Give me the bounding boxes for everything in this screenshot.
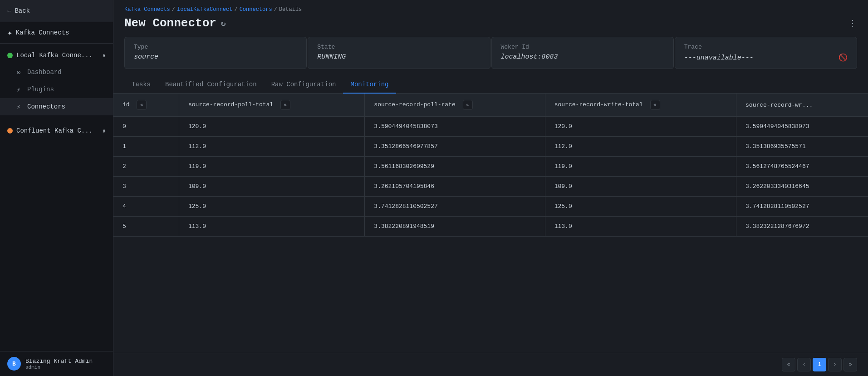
breadcrumb-local-kafka[interactable]: localKafkaConnect	[177, 6, 232, 13]
sidebar-user: B Blazing Kraft Admin admin	[0, 351, 113, 376]
cell-write-total: 109.0	[545, 177, 736, 197]
pagination-last[interactable]: »	[843, 358, 857, 371]
worker-id-value: localhost:8083	[501, 53, 664, 61]
cell-poll-rate: 3.5904494045838073	[365, 117, 545, 137]
cell-id: 3	[113, 177, 179, 197]
cell-write-rate: 3.5904494045838073	[736, 117, 868, 137]
connectors-icon: ⚡	[15, 103, 23, 111]
breadcrumb-connectors[interactable]: Connectors	[240, 6, 272, 13]
type-value: source	[134, 53, 297, 61]
local-cluster-dot	[7, 53, 13, 58]
cell-write-rate: 3.351386935575571	[736, 137, 868, 157]
sidebar-item-connectors[interactable]: ⚡ Connectors	[0, 98, 113, 115]
state-value: RUNNING	[317, 53, 481, 61]
page-title: New Connector ↻	[124, 16, 226, 30]
type-label: Type	[134, 44, 297, 50]
sidebar-item-plugins[interactable]: ⚡ Plugins	[0, 81, 113, 98]
avatar: B	[7, 357, 21, 371]
plugins-icon: ⚡	[15, 85, 23, 94]
cell-write-total: 119.0	[545, 157, 736, 177]
cell-poll-total: 112.0	[179, 137, 365, 157]
user-info: Blazing Kraft Admin admin	[25, 358, 93, 370]
cell-poll-total: 120.0	[179, 117, 365, 137]
kafka-connects-link[interactable]: ✦ Kafka Connects	[0, 22, 113, 44]
cell-write-total: 112.0	[545, 137, 736, 157]
page-title-text: New Connector	[124, 16, 216, 30]
table-header-row: id ⇅ source-record-poll-total ⇅ source-r…	[113, 94, 868, 117]
sidebar-item-dashboard[interactable]: ⊙ Dashboard	[0, 64, 113, 81]
dashboard-icon: ⊙	[15, 68, 23, 76]
monitoring-table-area: id ⇅ source-record-poll-total ⇅ source-r…	[113, 94, 868, 353]
tab-beautified-config[interactable]: Beautified Configuration	[158, 76, 264, 94]
confluent-cluster-header[interactable]: Confluent Kafka C... ∧	[0, 123, 113, 139]
sort-write-total-button[interactable]: ⇅	[650, 100, 660, 110]
tab-monitoring[interactable]: Monitoring	[343, 76, 396, 94]
cell-id: 5	[113, 217, 179, 237]
state-card: State RUNNING	[308, 37, 490, 69]
back-label: Back	[15, 7, 30, 15]
eye-off-icon[interactable]: 🚫	[839, 53, 848, 62]
worker-id-card: Woker Id localhost:8083	[491, 37, 674, 69]
cell-id: 4	[113, 197, 179, 217]
monitoring-table: id ⇅ source-record-poll-total ⇅ source-r…	[113, 94, 868, 237]
confluent-cluster-name: Confluent Kafka C...	[16, 127, 93, 134]
table-row: 2 119.0 3.561168302609529 119.0 3.561274…	[113, 157, 868, 177]
kafka-connects-label: Kafka Connects	[16, 29, 69, 36]
pagination-first[interactable]: «	[782, 358, 795, 371]
state-label: State	[317, 44, 481, 50]
plugins-label: Plugins	[27, 86, 54, 93]
cell-poll-total: 113.0	[179, 217, 365, 237]
trace-label: Trace	[684, 44, 848, 50]
col-poll-rate: source-record-poll-rate ⇅	[365, 94, 545, 117]
col-write-total: source-record-write-total ⇅	[545, 94, 736, 117]
cell-id: 2	[113, 157, 179, 177]
connectors-label: Connectors	[27, 103, 65, 110]
back-button[interactable]: ← Back	[0, 0, 113, 22]
sort-poll-rate-button[interactable]: ⇅	[463, 100, 473, 110]
tab-tasks[interactable]: Tasks	[124, 76, 158, 94]
refresh-button[interactable]: ↻	[221, 18, 226, 28]
confluent-cluster-section: Confluent Kafka C... ∧	[0, 119, 113, 143]
col-id: id ⇅	[113, 94, 179, 117]
cell-write-rate: 3.5612748765524467	[736, 157, 868, 177]
cell-poll-total: 119.0	[179, 157, 365, 177]
pagination-current[interactable]: 1	[813, 358, 826, 371]
cell-poll-rate: 3.3512866546977857	[365, 137, 545, 157]
dashboard-label: Dashboard	[27, 69, 62, 76]
cell-write-total: 113.0	[545, 217, 736, 237]
cell-write-rate: 3.3823221287676972	[736, 217, 868, 237]
table-row: 1 112.0 3.3512866546977857 112.0 3.35138…	[113, 137, 868, 157]
main-content: Kafka Connects / localKafkaConnect / Con…	[113, 0, 868, 376]
type-card: Type source	[124, 37, 307, 69]
local-cluster-header[interactable]: Local Kafka Conne... ∨	[0, 47, 113, 64]
cell-write-total: 125.0	[545, 197, 736, 217]
confluent-cluster-chevron: ∧	[103, 128, 106, 134]
pagination-next[interactable]: ›	[828, 358, 842, 371]
trace-card: Trace ---unavailable--- 🚫	[675, 37, 857, 69]
cell-write-total: 120.0	[545, 117, 736, 137]
sort-id-button[interactable]: ⇅	[137, 100, 147, 110]
table-row: 4 125.0 3.7412828110502527 125.0 3.74128…	[113, 197, 868, 217]
tabs: Tasks Beautified Configuration Raw Confi…	[113, 76, 868, 94]
local-cluster-chevron: ∨	[103, 52, 106, 59]
cell-id: 0	[113, 117, 179, 137]
cell-write-rate: 3.7412828110502527	[736, 197, 868, 217]
pagination-prev[interactable]: ‹	[797, 358, 811, 371]
table-row: 5 113.0 3.382220891948519 113.0 3.382322…	[113, 217, 868, 237]
col-poll-total: source-record-poll-total ⇅	[179, 94, 365, 117]
sort-poll-total-button[interactable]: ⇅	[280, 100, 290, 110]
breadcrumb-kafka-connects[interactable]: Kafka Connects	[124, 6, 170, 13]
cell-id: 1	[113, 137, 179, 157]
more-options-button[interactable]: ⋮	[848, 18, 857, 29]
kafka-connects-icon: ✦	[7, 28, 12, 38]
page-header: Kafka Connects / localKafkaConnect / Con…	[113, 0, 868, 37]
trace-row: ---unavailable--- 🚫	[684, 53, 848, 62]
tab-raw-config[interactable]: Raw Configuration	[264, 76, 343, 94]
table-body: 0 120.0 3.5904494045838073 120.0 3.59044…	[113, 117, 868, 237]
cell-poll-rate: 3.7412828110502527	[365, 197, 545, 217]
cell-poll-total: 109.0	[179, 177, 365, 197]
confluent-cluster-dot	[7, 128, 13, 134]
local-cluster-name: Local Kafka Conne...	[16, 52, 93, 59]
cell-poll-rate: 3.382220891948519	[365, 217, 545, 237]
cell-poll-rate: 3.561168302609529	[365, 157, 545, 177]
